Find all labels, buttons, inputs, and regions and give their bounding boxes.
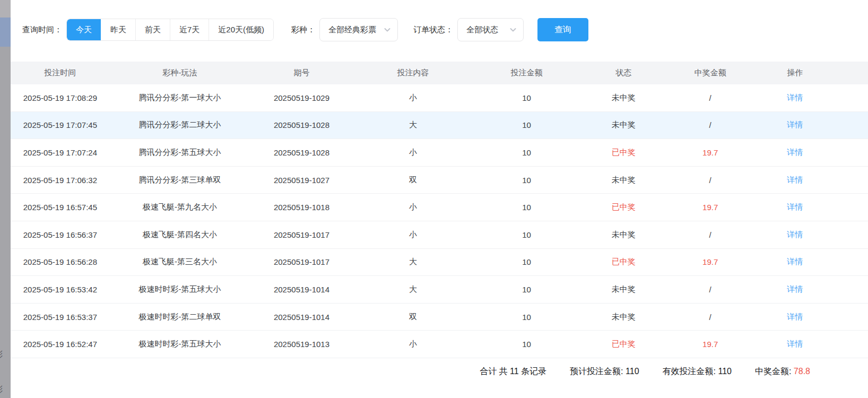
table-row: 2025-05-19 16:56:28 极速飞艇-第三名大小 20250519-… xyxy=(11,249,868,276)
sidebar-edge-top xyxy=(0,0,11,18)
time-option-button[interactable]: 前天 xyxy=(135,19,170,40)
cell-win-amount: 19.7 xyxy=(667,257,753,266)
order-status-label: 订单状态： xyxy=(413,25,453,35)
table-row: 2025-05-19 17:07:45 腾讯分分彩-第二球大小 20250519… xyxy=(11,112,868,140)
lottery-type-select[interactable]: 全部经典彩票 xyxy=(319,18,398,41)
detail-link[interactable]: 详情 xyxy=(787,148,803,157)
record-count: 合计 共 11 条记录 xyxy=(480,366,546,377)
sidebar-clipped-text: 彩 xyxy=(0,350,7,359)
valid-bet-total: 有效投注金额: 110 xyxy=(663,366,732,377)
cell-content: 小 xyxy=(353,339,473,349)
expected-bet-total: 预计投注金额: 110 xyxy=(570,366,639,377)
cell-bet-time: 2025-05-19 16:53:37 xyxy=(11,313,110,322)
cell-amount: 10 xyxy=(473,313,580,322)
cell-win-amount: / xyxy=(667,176,753,185)
detail-link[interactable]: 详情 xyxy=(787,257,803,266)
col-header-status: 状态 xyxy=(580,68,667,78)
cell-issue: 20250519-1013 xyxy=(250,340,353,349)
cell-game-play: 极速时时彩-第二球单双 xyxy=(110,312,250,322)
cell-status: 未中奖 xyxy=(580,175,667,185)
time-option-button[interactable]: 昨天 xyxy=(101,19,135,40)
lottery-type-value: 全部经典彩票 xyxy=(328,25,376,35)
order-status-value: 全部状态 xyxy=(466,25,498,35)
cell-amount: 10 xyxy=(473,340,580,349)
collapsed-sidebar-edge: 彩 彩 xyxy=(0,0,11,398)
cell-status: 已中奖 xyxy=(580,257,667,267)
detail-link[interactable]: 详情 xyxy=(787,312,803,321)
chevron-down-icon xyxy=(384,26,391,33)
detail-link[interactable]: 详情 xyxy=(787,93,803,102)
cell-bet-time: 2025-05-19 16:53:42 xyxy=(11,285,110,294)
cell-bet-time: 2025-05-19 17:06:32 xyxy=(11,176,110,185)
cell-status: 已中奖 xyxy=(580,148,667,158)
col-header-issue: 期号 xyxy=(250,68,353,78)
cell-content: 小 xyxy=(353,148,473,158)
col-header-bet-time: 投注时间 xyxy=(11,68,110,78)
cell-game-play: 极速飞艇-第九名大小 xyxy=(110,202,250,212)
cell-content: 双 xyxy=(353,175,473,185)
table-body: 2025-05-19 17:08:29 腾讯分分彩-第一球大小 20250519… xyxy=(11,84,868,358)
search-button[interactable]: 查询 xyxy=(537,18,588,41)
cell-game-play: 极速飞艇-第三名大小 xyxy=(110,257,250,267)
table-row: 2025-05-19 16:57:45 极速飞艇-第九名大小 20250519-… xyxy=(11,194,868,221)
cell-win-amount: / xyxy=(667,120,753,129)
time-option-button[interactable]: 近20天(低频) xyxy=(209,19,273,40)
table-header: 投注时间 彩种-玩法 期号 投注内容 投注金额 状态 中奖金额 操作 xyxy=(11,62,868,84)
cell-win-amount: / xyxy=(667,230,753,239)
col-header-win-amount: 中奖金额 xyxy=(667,68,753,78)
order-status-select[interactable]: 全部状态 xyxy=(457,18,524,41)
cell-bet-time: 2025-05-19 17:07:45 xyxy=(11,120,110,129)
detail-link[interactable]: 详情 xyxy=(787,339,803,348)
cell-game-play: 腾讯分分彩-第一球大小 xyxy=(110,93,250,103)
cell-game-play: 极速时时彩-第五球大小 xyxy=(110,284,250,295)
order-history-page: 查询时间： 今天昨天前天近7天近20天(低频) 彩种： 全部经典彩票 订单状态：… xyxy=(11,0,868,398)
win-total: 中奖金额: 78.8 xyxy=(755,366,810,377)
cell-issue: 20250519-1017 xyxy=(250,257,353,266)
summary-bar: 合计 共 11 条记录 预计投注金额: 110 有效投注金额: 110 中奖金额… xyxy=(11,358,868,386)
cell-bet-time: 2025-05-19 16:52:47 xyxy=(11,340,110,349)
cell-issue: 20250519-1028 xyxy=(250,148,353,157)
cell-status: 未中奖 xyxy=(580,120,667,130)
cell-issue: 20250519-1029 xyxy=(250,93,353,102)
cell-amount: 10 xyxy=(473,203,580,212)
col-header-action: 操作 xyxy=(753,68,836,78)
cell-win-amount: / xyxy=(667,93,753,102)
cell-content: 双 xyxy=(353,312,473,322)
col-header-content: 投注内容 xyxy=(353,68,473,78)
cell-content: 大 xyxy=(353,284,473,295)
cell-issue: 20250519-1028 xyxy=(250,120,353,129)
sidebar-edge-active-item xyxy=(0,18,11,47)
cell-game-play: 极速飞艇-第四名大小 xyxy=(110,230,250,240)
table-row: 2025-05-19 16:53:42 极速时时彩-第五球大小 20250519… xyxy=(11,276,868,304)
cell-status: 未中奖 xyxy=(580,230,667,240)
orders-table: 投注时间 彩种-玩法 期号 投注内容 投注金额 状态 中奖金额 操作 2025-… xyxy=(11,62,868,358)
cell-amount: 10 xyxy=(473,120,580,129)
cell-amount: 10 xyxy=(473,148,580,157)
cell-amount: 10 xyxy=(473,257,580,266)
cell-status: 未中奖 xyxy=(580,312,667,322)
table-row: 2025-05-19 17:06:32 腾讯分分彩-第三球单双 20250519… xyxy=(11,167,868,194)
cell-win-amount: / xyxy=(667,313,753,322)
cell-bet-time: 2025-05-19 16:57:45 xyxy=(11,203,110,212)
table-row: 2025-05-19 17:07:24 腾讯分分彩-第五球大小 20250519… xyxy=(11,139,868,167)
cell-amount: 10 xyxy=(473,93,580,102)
cell-issue: 20250519-1027 xyxy=(250,176,353,185)
detail-link[interactable]: 详情 xyxy=(787,120,803,129)
time-filter-label: 查询时间： xyxy=(22,25,62,35)
time-option-button[interactable]: 近7天 xyxy=(170,19,209,40)
filter-bar: 查询时间： 今天昨天前天近7天近20天(低频) 彩种： 全部经典彩票 订单状态：… xyxy=(22,18,868,41)
cell-amount: 10 xyxy=(473,230,580,239)
col-header-game-play: 彩种-玩法 xyxy=(110,68,250,78)
cell-issue: 20250519-1018 xyxy=(250,203,353,212)
cell-issue: 20250519-1014 xyxy=(250,313,353,322)
cell-issue: 20250519-1014 xyxy=(250,285,353,294)
detail-link[interactable]: 详情 xyxy=(787,230,803,239)
time-option-button[interactable]: 今天 xyxy=(67,19,101,40)
cell-content: 小 xyxy=(353,230,473,240)
detail-link[interactable]: 详情 xyxy=(787,202,803,211)
detail-link[interactable]: 详情 xyxy=(787,175,803,184)
cell-content: 小 xyxy=(353,202,473,212)
detail-link[interactable]: 详情 xyxy=(787,284,803,293)
table-row: 2025-05-19 16:52:47 极速时时彩-第五球大小 20250519… xyxy=(11,331,868,358)
cell-win-amount: 19.7 xyxy=(667,148,753,157)
